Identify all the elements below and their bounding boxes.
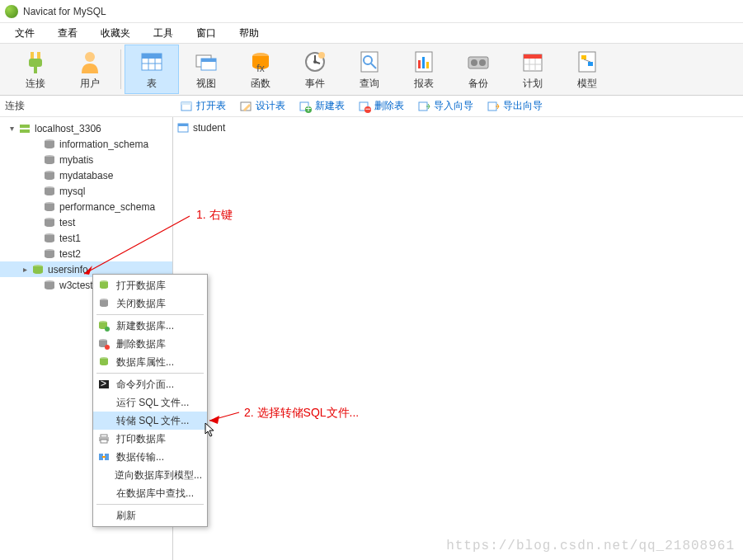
toolbar-model-button[interactable]: 模型 bbox=[560, 45, 614, 94]
cm-command-interface[interactable]: >_命令列介面... bbox=[93, 375, 207, 393]
cm-open-database[interactable]: 打开数据库 bbox=[93, 276, 207, 294]
blank-icon bbox=[96, 509, 111, 522]
toolbar-connect-button[interactable]: 连接 bbox=[8, 45, 63, 94]
tree-root-label: localhost_3306 bbox=[35, 123, 101, 134]
sub-open-table-label: 打开表 bbox=[196, 99, 226, 113]
toolbar-backup-button[interactable]: 备份 bbox=[451, 45, 506, 94]
toolbar-event-button[interactable]: 事件 bbox=[288, 45, 342, 94]
cm-delete-database[interactable]: 删除数据库 bbox=[93, 335, 207, 353]
sub-delete-table-button[interactable]: −删除表 bbox=[351, 97, 411, 115]
backup-icon bbox=[465, 49, 491, 75]
delete-table-icon: − bbox=[358, 100, 371, 113]
function-icon: fx bbox=[247, 49, 274, 75]
cm-new-database[interactable]: 新建数据库... bbox=[93, 317, 207, 335]
tree-db-item[interactable]: mysql bbox=[0, 183, 172, 199]
svg-rect-73 bbox=[101, 435, 107, 437]
app-logo-icon bbox=[5, 5, 18, 18]
tree-db-item[interactable]: mydatabase bbox=[0, 167, 172, 183]
blank-icon bbox=[96, 468, 110, 482]
tree-db-item[interactable]: test2 bbox=[0, 246, 172, 261]
menu-view[interactable]: 查看 bbox=[46, 23, 89, 44]
cm-separator bbox=[96, 504, 204, 505]
database-icon bbox=[43, 153, 56, 167]
toolbar-user-button[interactable]: 用户 bbox=[63, 45, 117, 94]
database-icon bbox=[43, 185, 56, 198]
toolbar-schedule-button[interactable]: 计划 bbox=[506, 45, 560, 94]
toolbar-model-label: 模型 bbox=[577, 77, 597, 91]
database-properties-icon bbox=[96, 355, 111, 369]
import-icon bbox=[417, 100, 430, 113]
content-table-item[interactable]: student bbox=[176, 120, 740, 135]
cm-run-sql-file[interactable]: 运行 SQL 文件... bbox=[93, 393, 207, 412]
svg-rect-26 bbox=[426, 62, 429, 68]
cm-reverse-to-model[interactable]: 逆向数据库到模型... bbox=[93, 466, 207, 484]
svg-text:fx: fx bbox=[256, 63, 264, 74]
toolbar-table-button[interactable]: 表 bbox=[125, 45, 179, 94]
sub-open-table-button[interactable]: 打开表 bbox=[173, 97, 233, 115]
database-icon bbox=[43, 232, 56, 245]
menu-favorites[interactable]: 收藏夹 bbox=[89, 23, 142, 44]
svg-point-19 bbox=[318, 52, 325, 59]
chevron-right-icon[interactable]: ▸ bbox=[20, 265, 30, 275]
database-icon bbox=[43, 216, 56, 229]
tree-db-item[interactable]: test1 bbox=[0, 230, 172, 246]
blank-icon bbox=[96, 487, 111, 500]
server-icon bbox=[18, 122, 31, 135]
tree-db-item[interactable]: mybatis bbox=[0, 152, 172, 167]
toolbar-separator bbox=[120, 49, 121, 89]
svg-point-29 bbox=[479, 59, 486, 66]
sub-export-button[interactable]: 导出向导 bbox=[480, 97, 549, 115]
svg-rect-1 bbox=[37, 52, 40, 59]
cm-database-properties[interactable]: 数据库属性... bbox=[93, 353, 207, 371]
tree-db-item[interactable]: information_schema bbox=[0, 136, 172, 152]
tree-db-item[interactable]: performance_schema bbox=[0, 199, 172, 214]
design-table-icon bbox=[239, 100, 252, 113]
menu-tools[interactable]: 工具 bbox=[142, 23, 185, 44]
context-menu: 打开数据库 关闭数据库 新建数据库... 删除数据库 数据库属性... >_命令… bbox=[92, 274, 208, 527]
sub-design-table-button[interactable]: 设计表 bbox=[233, 97, 292, 115]
sub-new-table-button[interactable]: +新建表 bbox=[292, 97, 351, 115]
cm-print-database[interactable]: 打印数据库 bbox=[93, 430, 207, 448]
cm-data-transfer[interactable]: 数据传输... bbox=[93, 448, 207, 466]
cm-refresh[interactable]: 刷新 bbox=[93, 506, 207, 525]
svg-point-28 bbox=[471, 59, 477, 66]
cursor-icon bbox=[205, 422, 216, 440]
toolbar-schedule-label: 计划 bbox=[523, 77, 543, 91]
blank-icon bbox=[96, 396, 111, 409]
tree-root[interactable]: ▾ localhost_3306 bbox=[0, 120, 172, 136]
cm-find-in-database[interactable]: 在数据库中查找... bbox=[93, 484, 207, 502]
chevron-down-icon[interactable]: ▾ bbox=[7, 124, 16, 134]
sub-toolbar: 连接 打开表 设计表 +新建表 −删除表 导入向导 导出向导 bbox=[0, 96, 743, 117]
cm-dump-sql-file[interactable]: 转储 SQL 文件... bbox=[93, 412, 207, 430]
toolbar-function-button[interactable]: fx 函数 bbox=[233, 45, 288, 94]
toolbar-function-label: 函数 bbox=[251, 77, 270, 91]
toolbar-report-button[interactable]: 报表 bbox=[397, 45, 451, 94]
sub-design-table-label: 设计表 bbox=[256, 99, 285, 113]
svg-point-67 bbox=[105, 327, 110, 332]
cm-close-database[interactable]: 关闭数据库 bbox=[93, 294, 207, 313]
report-icon bbox=[411, 49, 437, 75]
toolbar-view-button[interactable]: 视图 bbox=[179, 45, 233, 94]
menu-file[interactable]: 文件 bbox=[3, 23, 46, 44]
svg-text:+: + bbox=[305, 103, 311, 113]
svg-text:−: − bbox=[364, 103, 370, 113]
svg-rect-24 bbox=[418, 60, 421, 68]
svg-rect-51 bbox=[20, 129, 30, 133]
svg-rect-31 bbox=[524, 54, 542, 59]
toolbar-report-label: 报表 bbox=[414, 77, 434, 91]
user-icon bbox=[77, 49, 103, 75]
toolbar-query-label: 查询 bbox=[360, 77, 379, 91]
query-icon bbox=[356, 49, 383, 75]
menu-help[interactable]: 帮助 bbox=[228, 23, 270, 44]
sub-import-button[interactable]: 导入向导 bbox=[411, 97, 480, 115]
menu-window[interactable]: 窗口 bbox=[185, 23, 228, 44]
tree-db-item[interactable]: test bbox=[0, 214, 172, 230]
svg-rect-12 bbox=[201, 59, 216, 62]
toolbar-backup-label: 备份 bbox=[468, 77, 488, 91]
schedule-icon bbox=[520, 49, 546, 75]
toolbar-query-button[interactable]: 查询 bbox=[342, 45, 397, 94]
new-table-icon: + bbox=[299, 100, 312, 113]
export-icon bbox=[487, 100, 500, 113]
open-table-icon bbox=[180, 100, 193, 113]
window-title: Navicat for MySQL bbox=[23, 6, 106, 17]
